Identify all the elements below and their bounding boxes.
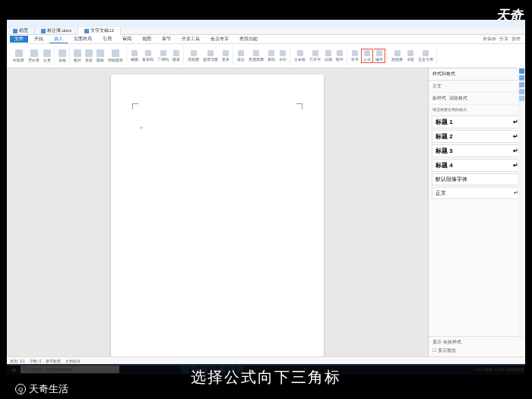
caption-text: 选择公式向下三角标 bbox=[191, 367, 341, 388]
current-style[interactable]: 正文 bbox=[432, 83, 442, 90]
side-tool-5[interactable] bbox=[519, 96, 524, 101]
chevron-down-icon bbox=[376, 50, 382, 56]
tab-layout[interactable]: 页面布局 bbox=[69, 36, 97, 43]
styles-panel: 样式和格式✕ 正文 新样式清除格式 请选择要应用的格式 标题 1↵ 标题 2↵ … bbox=[428, 68, 525, 356]
date-button[interactable]: 日期 bbox=[323, 49, 334, 62]
side-toolbar bbox=[518, 68, 525, 339]
unsaved-label[interactable]: 未保存 bbox=[483, 36, 496, 43]
bookmark-button[interactable]: 书签 bbox=[405, 49, 416, 62]
tab-devtools[interactable]: 开发工具 bbox=[177, 36, 204, 43]
watermark-button[interactable]: 水印 bbox=[277, 49, 288, 62]
comment-button[interactable]: 批注 bbox=[236, 49, 246, 62]
side-tool-4[interactable] bbox=[519, 89, 524, 94]
doc-icon bbox=[13, 29, 17, 33]
spellcheck-label[interactable]: 拼写检查 bbox=[46, 359, 61, 363]
tab-file[interactable]: 文件 bbox=[10, 36, 28, 43]
tab-review[interactable]: 审阅 bbox=[118, 36, 136, 43]
tab-references[interactable]: 引用 bbox=[98, 36, 116, 43]
video-caption: 选择公式向下三角标 bbox=[7, 366, 525, 388]
wordart-button[interactable]: 艺术字 bbox=[308, 49, 322, 62]
tab-vip[interactable]: 会员专享 bbox=[206, 36, 233, 43]
word-count[interactable]: 字数: 0 bbox=[30, 359, 42, 363]
new-style-link[interactable]: 新样式 bbox=[432, 95, 446, 102]
ribbon-tabs: 文件 开始 插入 页面布局 引用 审阅 视图 章节 开发工具 会员专享 查找功能… bbox=[7, 35, 525, 44]
show-label: 显示 bbox=[432, 340, 442, 344]
smartart-button[interactable]: 智能图形 bbox=[106, 49, 125, 63]
clear-format-link[interactable]: 清除格式 bbox=[449, 95, 467, 102]
document-tabs: 稻壳 标注簿.docx 文字文稿12 bbox=[7, 27, 525, 35]
ribbon-toolbar: 封面页 空白页 分页 表格 图片 形状 图标 智能图形 截图 条形码 二维码 图… bbox=[7, 44, 525, 68]
style-heading4[interactable]: 标题 4↵ bbox=[432, 159, 522, 172]
style-default-font[interactable]: 默认段落字体 bbox=[432, 173, 522, 185]
attachment-button[interactable]: 附件 bbox=[334, 49, 345, 62]
proof-label[interactable]: 文档校对 bbox=[65, 359, 81, 363]
icons-button[interactable]: 图标 bbox=[95, 49, 106, 63]
qrcode-button[interactable]: 二维码 bbox=[156, 49, 170, 62]
margin-marker-tr bbox=[296, 103, 302, 109]
flowchart-button[interactable]: 流程图 bbox=[186, 49, 201, 62]
table-button[interactable]: 表格 bbox=[57, 49, 68, 63]
formula-dropdown-button[interactable]: 编号 bbox=[374, 49, 385, 63]
window-titlebar bbox=[7, 20, 525, 27]
page-break-button[interactable]: 分页 bbox=[42, 49, 52, 63]
style-hint: 请选择要应用的格式 bbox=[429, 105, 525, 114]
preview-check[interactable]: ☐ bbox=[432, 348, 438, 353]
formula-button[interactable]: 公式 bbox=[361, 49, 373, 63]
screenshot-button[interactable]: 截图 bbox=[129, 49, 140, 62]
tab-insert[interactable]: 插入 bbox=[49, 36, 68, 43]
app-window: 稻壳 标注簿.docx 文字文稿12 文件 开始 插入 页面布局 引用 审阅 视… bbox=[7, 20, 525, 375]
doc-icon bbox=[41, 29, 46, 33]
side-tool-3[interactable] bbox=[519, 82, 524, 87]
share-label[interactable]: 分享 bbox=[499, 36, 508, 43]
blank-page-button[interactable]: 空白页 bbox=[27, 49, 41, 63]
collab-label[interactable]: 协作 bbox=[511, 36, 521, 43]
document-canvas[interactable]: ↵ bbox=[7, 68, 428, 356]
side-tool-1[interactable] bbox=[519, 68, 524, 74]
crossref-button[interactable]: 交叉引用 bbox=[416, 49, 435, 62]
cover-page-button[interactable]: 封面页 bbox=[11, 49, 26, 63]
page[interactable]: ↵ bbox=[111, 74, 324, 356]
chart-button[interactable]: 图表 bbox=[171, 49, 182, 62]
header-footer-button[interactable]: 页眉页脚 bbox=[247, 49, 265, 62]
style-body[interactable]: 正文↵ bbox=[432, 187, 522, 199]
barcode-button[interactable]: 条形码 bbox=[141, 49, 155, 62]
doc-tab-dao[interactable]: 稻壳 bbox=[7, 27, 35, 35]
shapes-button[interactable]: 形状 bbox=[84, 49, 94, 63]
page-indicator[interactable]: 页面: 1/1 bbox=[10, 359, 25, 363]
ribbon-search[interactable]: 查找功能 bbox=[235, 36, 262, 43]
margin-marker-tl bbox=[132, 103, 138, 109]
show-select[interactable]: 有效样式 bbox=[443, 340, 461, 344]
hyperlink-button[interactable]: 超链接 bbox=[390, 49, 404, 62]
status-bar: 页面: 1/1 字数: 0 拼写检查 文档校对 bbox=[7, 356, 525, 364]
mindmap-button[interactable]: 思维导图 bbox=[201, 49, 220, 62]
doc-icon bbox=[84, 29, 89, 33]
tab-sections[interactable]: 章节 bbox=[157, 36, 176, 43]
more-button[interactable]: 更多 bbox=[220, 49, 231, 62]
doc-tab-active[interactable]: 文字文稿12 bbox=[78, 27, 121, 35]
style-heading2[interactable]: 标题 2↵ bbox=[432, 130, 522, 143]
page-number-button[interactable]: 页码 bbox=[266, 49, 277, 62]
side-tool-2[interactable] bbox=[519, 75, 524, 81]
doc-tab-docx[interactable]: 标注簿.docx bbox=[35, 27, 78, 35]
style-heading1[interactable]: 标题 1↵ bbox=[432, 116, 522, 128]
textbox-button[interactable]: 文本框 bbox=[293, 49, 307, 62]
tab-view[interactable]: 视图 bbox=[138, 36, 156, 43]
bottom-watermark: Q 天奇生活 bbox=[15, 382, 68, 396]
panel-title: 样式和格式 bbox=[432, 71, 455, 78]
picture-button[interactable]: 图片 bbox=[72, 49, 83, 63]
tab-home[interactable]: 开始 bbox=[30, 36, 48, 43]
cursor-indicator: ↵ bbox=[140, 125, 144, 130]
logo-icon: Q bbox=[15, 384, 26, 394]
symbol-button[interactable]: 符号 bbox=[350, 49, 360, 62]
style-heading3[interactable]: 标题 3↵ bbox=[432, 144, 522, 157]
